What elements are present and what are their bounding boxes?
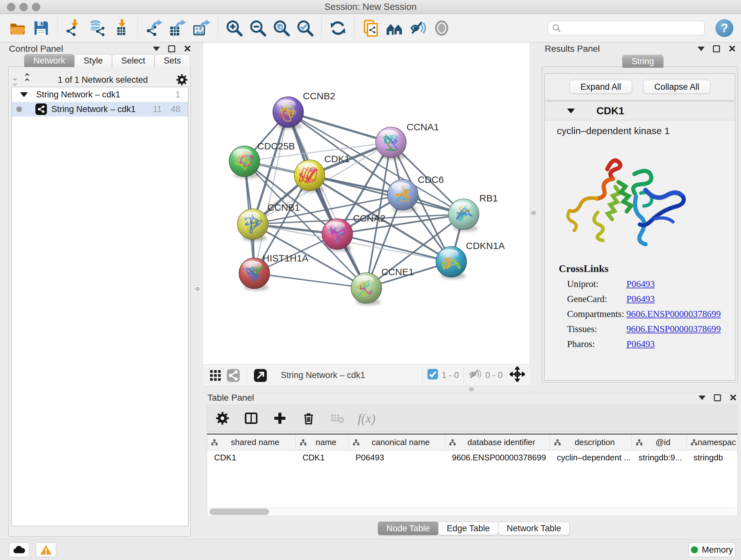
string-home-button[interactable]	[383, 17, 406, 39]
import-table-button[interactable]	[110, 17, 133, 39]
svg-text:CCNA1: CCNA1	[407, 122, 439, 132]
minimize-window-button[interactable]	[19, 3, 28, 11]
node-CDK1	[294, 160, 325, 192]
tab-string[interactable]: String	[622, 55, 664, 68]
node-table-body: CDK1CDK1P064939606.ENSP00000378699cyclin…	[207, 450, 738, 464]
node-details-collapse-icon[interactable]	[567, 109, 575, 113]
open-in-new-window-icon[interactable]	[252, 367, 269, 384]
column-type-icon	[636, 439, 643, 446]
toolbar-separator	[218, 18, 218, 38]
results-panel-float-icon[interactable]	[713, 45, 720, 52]
import-network-file-button[interactable]	[62, 17, 86, 39]
control-panel-close-icon[interactable]: ✕	[184, 44, 192, 54]
table-cell: cyclin–dependent ...	[550, 450, 631, 464]
string-glasses-toggle-button[interactable]	[406, 17, 430, 39]
table-delete-column-icon[interactable]	[300, 410, 317, 427]
string-copy-network-button[interactable]	[359, 17, 383, 39]
share-view-icon[interactable]	[224, 367, 242, 384]
table-row[interactable]: CDK1CDK1P064939606.ENSP00000378699cyclin…	[207, 450, 738, 464]
export-table-button[interactable]	[166, 17, 190, 39]
horizontal-splitter[interactable]	[203, 386, 741, 392]
table-panel-float-icon[interactable]	[714, 394, 721, 401]
table-panel-collapse-icon[interactable]	[698, 395, 705, 400]
column-header-database-identifier[interactable]: database identifier	[445, 435, 550, 450]
help-button[interactable]: ?	[716, 19, 733, 37]
zoom-out-button[interactable]	[246, 17, 270, 39]
hidden-eye-slash-icon[interactable]	[468, 367, 482, 383]
node-details-header[interactable]: CDK1	[545, 102, 735, 120]
open-session-button[interactable]	[6, 17, 29, 39]
crosslink-link[interactable]: P06493	[626, 279, 655, 289]
tab-network[interactable]: Network	[24, 54, 74, 67]
refresh-network-button[interactable]	[326, 17, 350, 39]
crosslink-link[interactable]: 9606.ENSP00000378699	[626, 309, 721, 319]
table-add-column-icon[interactable]	[272, 410, 288, 427]
column-header-shared-name[interactable]: shared name	[207, 435, 295, 450]
zoom-selected-button[interactable]	[293, 17, 317, 39]
column-header--id[interactable]: @id	[631, 435, 686, 450]
tab-sets[interactable]: Sets	[154, 54, 190, 67]
close-window-button[interactable]	[7, 3, 15, 11]
results-panel-close-icon[interactable]: ✕	[728, 44, 736, 54]
column-type-icon	[211, 439, 218, 446]
grid-mode-icon[interactable]	[206, 367, 224, 384]
tab-select[interactable]: Select	[112, 54, 154, 67]
crosslink-link[interactable]: P06493	[626, 294, 655, 304]
memory-button[interactable]: Memory	[689, 543, 735, 557]
warning-button[interactable]	[36, 543, 56, 557]
maximize-window-button[interactable]	[32, 3, 40, 11]
table-columns-icon[interactable]	[243, 410, 259, 427]
string-network-graph[interactable]: CCNB2CCNA1CDC25BCDK1CDC6RB1CCNB1CCNA2CDK…	[203, 43, 530, 364]
network-row[interactable]: String Network – cdk1 11 48	[12, 102, 188, 117]
network-options-gear-icon[interactable]	[176, 73, 188, 86]
export-network-button[interactable]	[142, 17, 166, 39]
selected-checkbox-icon[interactable]	[427, 368, 439, 382]
right-splitter-handle[interactable]	[531, 211, 536, 215]
collapse-all-networks-icon[interactable]: ⌄⌄	[11, 75, 18, 85]
svg-text:CDK1: CDK1	[324, 153, 350, 164]
export-image-button[interactable]	[190, 17, 213, 39]
svg-text:CCNA2: CCNA2	[353, 213, 386, 224]
crosslink-label: Tissues:	[567, 324, 626, 334]
column-header-namespac[interactable]: namespac	[686, 435, 738, 450]
expand-all-button[interactable]: Expand All	[569, 80, 632, 94]
left-splitter-handle[interactable]	[194, 286, 201, 293]
column-header-name[interactable]: name	[295, 435, 348, 450]
tab-edge-table[interactable]: Edge Table	[438, 522, 498, 535]
table-settings-gear-icon[interactable]	[214, 410, 231, 427]
svg-text:RB1: RB1	[479, 193, 498, 203]
tab-node-table[interactable]: Node Table	[378, 522, 439, 535]
column-header-canonical-name[interactable]: canonical name	[348, 435, 445, 450]
tab-style[interactable]: Style	[74, 54, 112, 67]
node-CDKN1A	[436, 246, 467, 279]
toolbar-separator	[354, 18, 354, 38]
network-canvas[interactable]: CCNB2CCNA1CDC25BCDK1CDC6RB1CCNB1CCNA2CDK…	[203, 43, 530, 364]
crosslink-link[interactable]: P06493	[626, 339, 655, 349]
zoom-fit-button[interactable]	[270, 17, 293, 39]
collection-expand-icon[interactable]	[20, 92, 28, 97]
zoom-in-button[interactable]	[222, 17, 246, 39]
column-header-description[interactable]: description	[550, 435, 631, 450]
cloud-button[interactable]	[9, 543, 29, 557]
results-panel-title: Results Panel	[545, 44, 600, 54]
crosslink-label: GeneCard:	[567, 294, 626, 304]
import-network-database-button[interactable]	[86, 17, 110, 39]
expand-all-networks-icon[interactable]: ⌃⌃	[23, 75, 30, 85]
control-panel-float-icon[interactable]	[168, 45, 175, 52]
network-collection-row[interactable]: String Network – cdk1 1	[12, 87, 188, 102]
table-panel-close-icon[interactable]: ✕	[729, 393, 737, 402]
column-type-icon	[300, 439, 307, 446]
results-panel-collapse-icon[interactable]	[697, 47, 704, 51]
tab-network-table[interactable]: Network Table	[498, 522, 570, 535]
table-function-builder-icon: f(x)	[358, 411, 376, 426]
table-horizontal-scrollbar[interactable]	[207, 508, 738, 516]
save-session-button[interactable]	[29, 17, 53, 39]
node-table: shared namenamecanonical namedatabase id…	[207, 434, 738, 516]
crosslinks-list: Uniprot:P06493GeneCard:P06493Compartment…	[545, 276, 735, 352]
search-box[interactable]	[548, 21, 704, 36]
collapse-all-button[interactable]: Collapse All	[643, 80, 711, 94]
search-input[interactable]	[564, 23, 700, 33]
control-panel-collapse-icon[interactable]	[153, 47, 160, 51]
birdseye-crosshair-icon[interactable]	[510, 367, 525, 384]
crosslink-link[interactable]: 9606.ENSP00000378699	[626, 324, 721, 334]
